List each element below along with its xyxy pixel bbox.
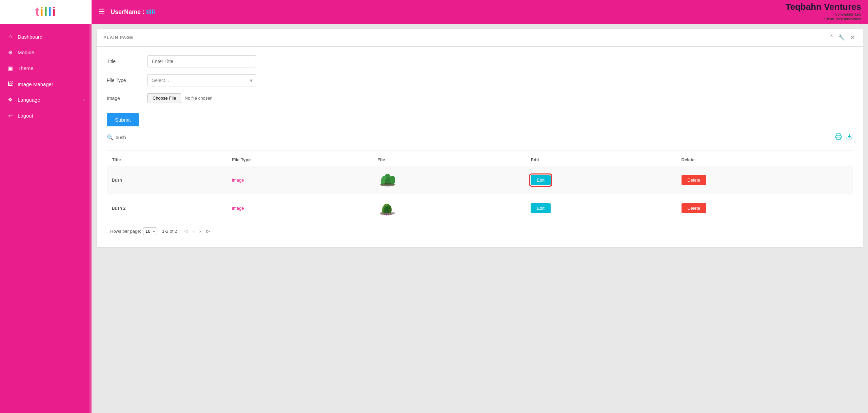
panel-body: Title File Type Select... image video do… (97, 47, 863, 247)
sidebar-item-theme[interactable]: ▣ Theme (0, 60, 92, 76)
table-row: Bush 2 image (107, 194, 853, 222)
sidebar-item-image-manager[interactable]: 🖼 Image Manager (0, 76, 92, 92)
choose-file-btn[interactable]: Choose File (147, 93, 181, 103)
cell-delete: Delete (676, 166, 853, 194)
module-icon: ⊕ (7, 49, 14, 56)
delete-btn-row1[interactable]: Delete (682, 175, 707, 185)
image-form-group: Image Choose File No file chosen (107, 93, 853, 103)
print-btn[interactable] (835, 133, 842, 142)
no-file-text: No file chosen (184, 96, 212, 101)
panel-close-btn[interactable]: ✕ (849, 34, 856, 41)
app-logo: tilli (35, 5, 56, 19)
edit-btn-row1[interactable]: Edit (531, 175, 550, 185)
filetype-label: File Type (107, 78, 141, 83)
username-label: UserName : tilli (111, 8, 155, 16)
cell-filetype: image (227, 166, 372, 194)
sidebar: ⌂ Dashboard ⊕ Module ▣ Theme 🖼 Image Man… (0, 24, 92, 413)
chevron-right-icon: › (83, 98, 85, 102)
svg-point-6 (384, 214, 386, 215)
title-input[interactable] (147, 55, 256, 67)
logout-icon: ↩ (7, 112, 14, 119)
sidebar-item-dashboard[interactable]: ⌂ Dashboard (0, 29, 92, 44)
image-manager-icon: 🖼 (7, 81, 14, 87)
brand-name: Teqbahn Ventures (786, 2, 861, 12)
title-label: Title (107, 59, 141, 64)
svg-point-8 (386, 214, 388, 215)
sidebar-item-label: Language (18, 97, 40, 103)
sidebar-item-language[interactable]: ❖ Language › (0, 92, 92, 108)
divider (107, 150, 853, 150)
data-table: Title File Type File Edit Delete Bush im… (107, 154, 853, 222)
main-panel: PLAIN PAGE ^ 🔧 ✕ Title File Type (97, 29, 863, 247)
pagination-row: Rows per page: 10 25 50 1-2 of 2 ⊲ ‹ › ⊳ (107, 222, 853, 239)
cell-edit: Edit (526, 166, 676, 194)
sidebar-item-label: Module (18, 49, 34, 55)
panel-collapse-btn[interactable]: ^ (829, 34, 834, 41)
col-delete: Delete (676, 154, 853, 166)
svg-point-3 (380, 183, 395, 186)
language-icon: ❖ (7, 97, 14, 103)
cell-filetype: image (227, 194, 372, 222)
brand-tagline: Community-LedClean Tech Innovation (786, 12, 861, 22)
image-label: Image (107, 96, 141, 101)
sidebar-nav: ⌂ Dashboard ⊕ Module ▣ Theme 🖼 Image Man… (0, 27, 92, 124)
sidebar-item-label: Dashboard (18, 34, 42, 40)
cell-file (372, 194, 526, 222)
cell-title: Bush 2 (107, 194, 227, 222)
col-title: Title (107, 154, 227, 166)
col-file: File (372, 154, 526, 166)
cell-title: Bush (107, 166, 227, 194)
rows-per-page: Rows per page: 10 25 50 (110, 227, 157, 235)
bush-image-1 (377, 170, 398, 189)
page-nav: ⊲ ‹ › ⊳ (182, 227, 212, 235)
cell-delete: Delete (676, 194, 853, 222)
sidebar-item-logout[interactable]: ↩ Logout (0, 108, 92, 124)
submit-row: Submit (107, 110, 853, 130)
page-info: 1-2 of 2 (162, 229, 177, 234)
sidebar-item-label: Logout (18, 113, 33, 119)
filetype-select-wrapper: Select... image video document ▾ (147, 74, 256, 86)
search-right (835, 133, 853, 142)
search-row: 🔍 bush (107, 130, 853, 148)
prev-page-btn[interactable]: ‹ (191, 228, 196, 235)
brand-logo: Teqbahn Ventures Community-LedClean Tech… (786, 2, 861, 21)
home-icon: ⌂ (7, 34, 14, 40)
theme-icon: ▣ (7, 65, 14, 71)
search-value: bush (116, 135, 126, 140)
cell-edit: Edit (526, 194, 676, 222)
edit-btn-row2[interactable]: Edit (531, 203, 550, 213)
rows-per-page-select[interactable]: 10 25 50 (143, 227, 157, 235)
rows-per-page-label: Rows per page: (110, 229, 141, 234)
file-input-wrapper: Choose File No file chosen (147, 93, 213, 103)
panel-controls: ^ 🔧 ✕ (829, 34, 856, 41)
submit-btn[interactable]: Submit (107, 113, 139, 126)
panel-wrench-btn[interactable]: 🔧 (837, 34, 846, 41)
content-area: PLAIN PAGE ^ 🔧 ✕ Title File Type (92, 24, 868, 413)
search-icon: 🔍 (107, 134, 114, 141)
username-value: tilli (146, 8, 155, 15)
sidebar-item-module[interactable]: ⊕ Module (0, 44, 92, 60)
filetype-form-group: File Type Select... image video document… (107, 74, 853, 86)
svg-rect-0 (837, 137, 840, 140)
sidebar-item-label: Theme (18, 65, 34, 71)
svg-point-7 (388, 214, 390, 215)
delete-btn-row2[interactable]: Delete (682, 203, 707, 213)
table-row: Bush image (107, 166, 853, 194)
sidebar-logo-area: tilli (0, 0, 92, 24)
cell-file (372, 166, 526, 194)
filetype-select[interactable]: Select... image video document (147, 74, 256, 86)
next-page-btn[interactable]: › (198, 228, 203, 235)
first-page-btn[interactable]: ⊲ (182, 227, 190, 235)
top-header: ☰ UserName : tilli Teqbahn Ventures Comm… (92, 0, 868, 24)
title-form-group: Title (107, 55, 853, 67)
hamburger-icon[interactable]: ☰ (98, 7, 105, 16)
download-btn[interactable] (846, 133, 853, 142)
search-left: 🔍 bush (107, 134, 126, 141)
col-edit: Edit (526, 154, 676, 166)
last-page-btn[interactable]: ⊳ (204, 227, 212, 235)
sidebar-item-label: Image Manager (18, 81, 53, 87)
panel-header: PLAIN PAGE ^ 🔧 ✕ (97, 29, 863, 47)
bush-image-2 (377, 198, 398, 217)
panel-title: PLAIN PAGE (103, 35, 134, 40)
col-filetype: File Type (227, 154, 372, 166)
